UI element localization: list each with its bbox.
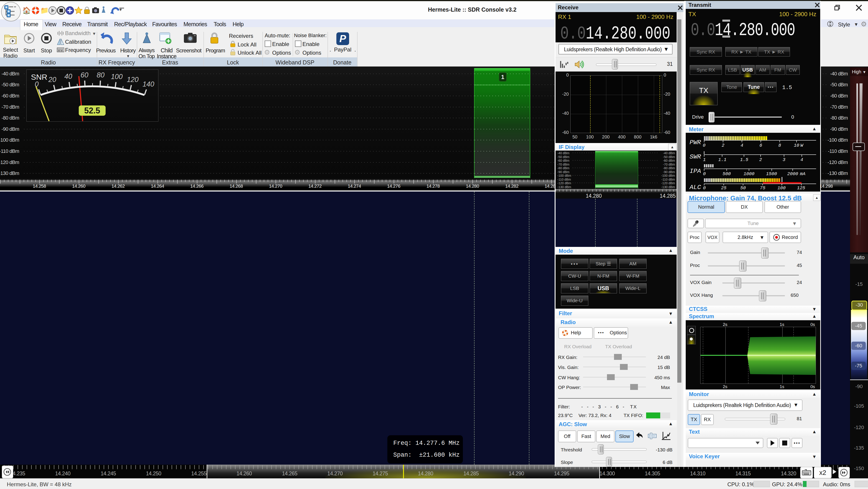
svg-text:50: 50 bbox=[740, 185, 746, 191]
svg-text:100: 100 bbox=[777, 185, 786, 191]
svg-text:0: 0 bbox=[703, 185, 706, 191]
svg-text:W: W bbox=[800, 143, 804, 148]
svg-text:PWR: PWR bbox=[689, 139, 701, 146]
svg-text:0: 0 bbox=[35, 80, 38, 88]
svg-text:0: 0 bbox=[703, 171, 706, 176]
svg-text:2: 2 bbox=[722, 143, 724, 148]
svg-text:140: 140 bbox=[143, 80, 154, 88]
svg-text:4: 4 bbox=[741, 143, 743, 148]
svg-text:6: 6 bbox=[760, 143, 762, 148]
svg-text:40: 40 bbox=[64, 73, 72, 80]
svg-text:2: 2 bbox=[759, 157, 762, 163]
svg-text:IPA: IPA bbox=[689, 168, 701, 175]
svg-text:75: 75 bbox=[760, 185, 765, 191]
svg-text:1: 1 bbox=[703, 157, 706, 163]
svg-text:1500: 1500 bbox=[766, 171, 777, 176]
svg-text:SNR: SNR bbox=[31, 73, 47, 81]
svg-text:1.5: 1.5 bbox=[740, 157, 748, 163]
svg-text:500: 500 bbox=[722, 171, 731, 176]
svg-text:100: 100 bbox=[111, 73, 123, 81]
svg-text:25: 25 bbox=[721, 185, 726, 191]
svg-text:8: 8 bbox=[778, 143, 781, 148]
svg-text:80: 80 bbox=[97, 71, 104, 79]
svg-text:20: 20 bbox=[48, 76, 56, 84]
svg-text:ALC: ALC bbox=[689, 184, 701, 191]
svg-text:60: 60 bbox=[81, 71, 88, 79]
svg-text:3: 3 bbox=[783, 157, 785, 163]
svg-text:4: 4 bbox=[800, 157, 803, 163]
svg-text:125: 125 bbox=[797, 185, 805, 191]
svg-text:52.5: 52.5 bbox=[84, 106, 100, 115]
svg-text:10: 10 bbox=[794, 143, 799, 148]
svg-text:2000: 2000 bbox=[787, 171, 798, 176]
svg-text:0: 0 bbox=[703, 143, 706, 148]
svg-text:120: 120 bbox=[127, 76, 138, 84]
svg-text:1.1: 1.1 bbox=[718, 157, 726, 163]
svg-text:SWR: SWR bbox=[689, 153, 701, 160]
svg-text:1000: 1000 bbox=[744, 171, 754, 176]
svg-text:mA: mA bbox=[800, 171, 805, 176]
